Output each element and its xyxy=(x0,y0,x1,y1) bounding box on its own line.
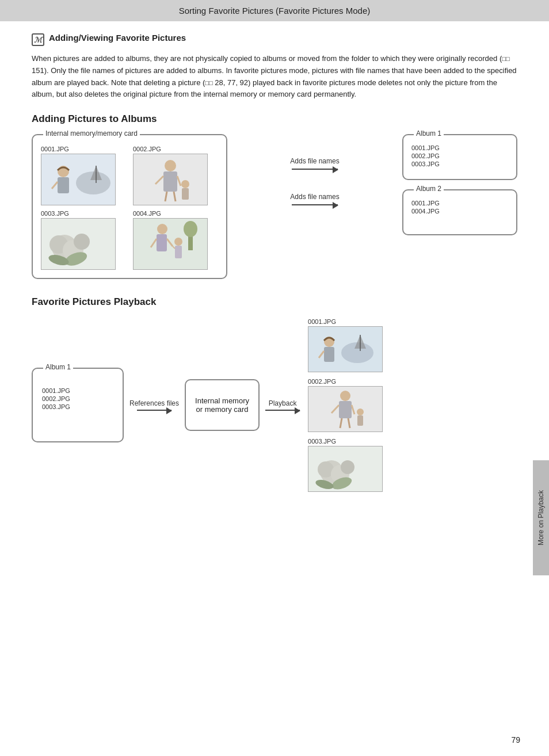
svg-point-20 xyxy=(74,234,90,250)
svg-point-41 xyxy=(340,391,350,401)
pb-img-item-3: 0003.JPG xyxy=(308,438,383,492)
img-cell-1: 0001.JPG xyxy=(41,146,126,205)
img-box-1 xyxy=(41,154,116,205)
pb-file-3: 0003.JPG xyxy=(42,403,113,410)
header-title: Sorting Favorite Pictures (Favorite Pict… xyxy=(179,6,371,16)
memory-label: Internal memory or memory card xyxy=(195,396,249,414)
page-number: 79 xyxy=(511,735,520,744)
img-box-3 xyxy=(41,218,116,270)
album2-label: Album 2 xyxy=(414,185,444,193)
source-box: Internal memory/memory card 0001.JPG xyxy=(32,134,227,279)
svg-point-8 xyxy=(165,160,176,171)
img-cell-2: 0002.JPG xyxy=(133,146,218,205)
pb-img-box-3 xyxy=(308,446,383,492)
note-heading-text: Adding/Viewing Favorite Pictures xyxy=(49,33,186,43)
pb-file-1: 0001.JPG xyxy=(42,387,113,394)
img-cell-3: 0003.JPG xyxy=(41,210,126,270)
img-label-3: 0003.JPG xyxy=(41,210,126,217)
add-diagram: Internal memory/memory card 0001.JPG xyxy=(32,134,517,279)
main-content: ℳ Adding/Viewing Favorite Pictures When … xyxy=(0,21,549,526)
pb-img-label-2: 0002.JPG xyxy=(308,378,383,385)
album2-file-1: 0001.JPG xyxy=(411,200,508,207)
album2-box: Album 2 0001.JPG 0004.JPG xyxy=(402,189,517,235)
memory-box: Internal memory or memory card xyxy=(185,379,260,431)
album1-file-2: 0002.JPG xyxy=(411,152,508,159)
img-box-4 xyxy=(133,218,208,270)
svg-rect-29 xyxy=(175,246,182,258)
playback-section: Favorite Pictures Playback Album 1 0001.… xyxy=(32,296,517,492)
ref-arrow-line xyxy=(137,410,171,411)
img-box-2 xyxy=(133,154,208,205)
arrow-item-1: Adds file names xyxy=(290,157,339,170)
img-label-2: 0002.JPG xyxy=(133,146,218,152)
arrows-col: Adds file names Adds file names xyxy=(227,134,402,228)
source-label: Internal memory/memory card xyxy=(43,129,140,138)
svg-point-14 xyxy=(181,180,189,188)
playback-diagram: Album 1 0001.JPG 0002.JPG 0003.JPG Refer… xyxy=(32,318,517,492)
note-heading: ℳ Adding/Viewing Favorite Pictures xyxy=(32,33,517,46)
svg-point-24 xyxy=(157,224,167,234)
img-label-1: 0001.JPG xyxy=(41,146,126,152)
arrow-right-2 xyxy=(292,204,338,205)
pb-album-label: Album 1 xyxy=(43,363,73,371)
page-header: Sorting Favorite Pictures (Favorite Pict… xyxy=(0,0,549,21)
album1-file-1: 0001.JPG xyxy=(411,144,508,151)
album1-files: 0001.JPG 0002.JPG 0003.JPG xyxy=(411,144,508,167)
arrow-item-2: Adds file names xyxy=(290,193,339,205)
album2-files: 0001.JPG 0004.JPG xyxy=(411,200,508,215)
pb-img-label-1: 0001.JPG xyxy=(308,318,383,325)
pb-img-label-3: 0003.JPG xyxy=(308,438,383,445)
pb-img-item-2: 0002.JPG xyxy=(308,378,383,432)
img-cell-4: 0004.JPG xyxy=(133,210,218,270)
svg-point-32 xyxy=(184,221,197,237)
playback-label: Playback xyxy=(269,399,297,407)
note-icon: ℳ xyxy=(32,33,44,46)
album1-label: Album 1 xyxy=(414,129,444,138)
playback-arrow-line xyxy=(265,410,300,411)
pb-img-box-2 xyxy=(308,386,383,432)
svg-rect-42 xyxy=(339,401,352,418)
albums-col: Album 1 0001.JPG 0002.JPG 0003.JPG Album… xyxy=(402,134,517,235)
arrow-right-1 xyxy=(292,169,338,170)
svg-rect-15 xyxy=(182,188,189,200)
pb-img-box-1 xyxy=(308,326,383,372)
ref-label: References files xyxy=(129,399,179,407)
svg-rect-25 xyxy=(157,234,167,251)
svg-rect-48 xyxy=(357,415,363,426)
album2-file-2: 0004.JPG xyxy=(411,208,508,215)
side-tab-label: More on Playback xyxy=(537,490,545,545)
svg-rect-5 xyxy=(58,177,69,193)
source-grid: 0001.JPG xyxy=(41,146,218,270)
album1-file-3: 0003.JPG xyxy=(411,161,508,167)
svg-point-47 xyxy=(357,408,364,415)
img-label-4: 0004.JPG xyxy=(133,210,218,217)
pb-album-box: Album 1 0001.JPG 0002.JPG 0003.JPG xyxy=(32,368,124,442)
pb-file-2: 0002.JPG xyxy=(42,395,113,402)
arrow-label-2: Adds file names xyxy=(290,193,339,201)
album1-box: Album 1 0001.JPG 0002.JPG 0003.JPG xyxy=(402,134,517,180)
playback-arrow: Playback xyxy=(260,399,306,411)
side-tab: More on Playback xyxy=(533,460,549,575)
svg-rect-9 xyxy=(163,171,177,192)
pb-img-item-1: 0001.JPG xyxy=(308,318,383,372)
svg-point-28 xyxy=(174,238,182,246)
arrow-label-1: Adds file names xyxy=(290,157,339,165)
pb-album-files: 0001.JPG 0002.JPG 0003.JPG xyxy=(42,387,113,410)
svg-rect-38 xyxy=(324,347,334,362)
playback-images: 0001.JPG xyxy=(308,318,383,492)
svg-point-53 xyxy=(341,460,354,474)
ref-arrow: References files xyxy=(124,399,185,411)
note-body: When pictures are added to albums, they … xyxy=(32,53,517,101)
add-section-heading: Adding Pictures to Albums xyxy=(32,113,517,125)
playback-heading: Favorite Pictures Playback xyxy=(32,296,517,308)
